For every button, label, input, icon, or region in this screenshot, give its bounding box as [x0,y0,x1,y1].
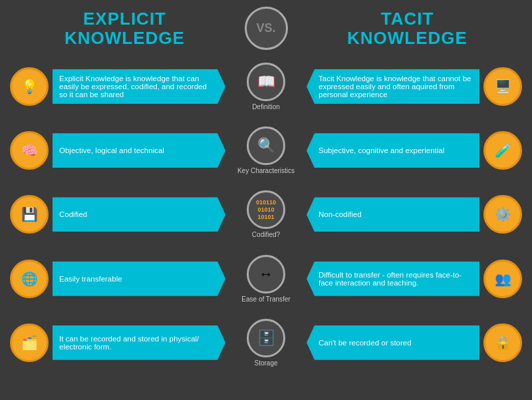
center-label-key-characteristics: Key Characteristics [237,167,295,174]
left-side-key-characteristics: 🧠 Objective, logical and technical [10,131,225,170]
right-text-definition: Tacit Knowledge is knowledge that cannot… [307,69,479,104]
main-container: EXPLICIT KNOWLEDGE VS. TACIT KNOWLEDGE 💡… [0,0,532,400]
right-icon-key-characteristics: 🧪 [483,131,522,170]
center-col-ease-of-transfer: ↔️ Ease of Transfer [229,255,303,303]
right-icon-ease-of-transfer: 👥 [483,260,522,298]
left-side-definition: 💡 Explicit Knowledge is knowledge that c… [10,67,225,106]
right-text-codified: Non-codified [307,197,479,232]
right-side-ease-of-transfer: 👥 Difficult to transfer - often requires… [307,260,522,298]
right-side-storage: 🔒 Can't be recorded or stored [307,323,522,362]
left-icon-key-characteristics: 🧠 [10,131,49,170]
center-icon-storage: 🗄️ [247,319,285,357]
left-icon-ease-of-transfer: 🌐 [10,260,49,298]
center-col-key-characteristics: 🔍 Key Characteristics [229,126,303,174]
right-text-storage: Can't be recorded or stored [307,325,479,360]
center-col-storage: 🗄️ Storage [229,319,303,367]
right-side-definition: 🖥️ Tacit Knowledge is knowledge that can… [307,67,522,106]
left-text-storage: It can be recorded and stored in physica… [53,325,225,360]
center-icon-key-characteristics: 🔍 [247,126,285,165]
row-codified: 💾 Codified 0101100101010101 Codified? ⚙️… [10,184,522,244]
center-icon-ease-of-transfer: ↔️ [247,255,285,294]
center-label-definition: Definition [252,103,280,110]
vs-section: VS. [239,7,293,50]
explicit-title: EXPLICIT KNOWLEDGE [10,9,239,47]
left-side-codified: 💾 Codified [10,195,225,234]
center-icon-codified: 0101100101010101 [247,190,285,229]
left-icon-codified: 💾 [10,195,49,234]
left-text-definition: Explicit Knowledge is knowledge that can… [53,69,225,104]
center-icon-definition: 📖 [247,63,285,101]
row-key-characteristics: 🧠 Objective, logical and technical 🔍 Key… [10,120,522,180]
center-label-storage: Storage [254,359,277,367]
explicit-knowledge-title: EXPLICIT KNOWLEDGE [10,9,239,47]
center-col-definition: 📖 Definition [229,63,303,110]
center-label-codified: Codified? [252,231,280,238]
right-icon-storage: 🔒 [483,323,522,362]
left-text-ease-of-transfer: Easily transferable [53,262,225,296]
left-icon-storage: 🗂️ [10,323,49,362]
left-icon-definition: 💡 [10,67,49,106]
left-side-storage: 🗂️ It can be recorded and stored in phys… [10,323,225,362]
comparison-rows: 💡 Explicit Knowledge is knowledge that c… [10,57,522,393]
left-side-ease-of-transfer: 🌐 Easily transferable [10,260,225,298]
left-text-codified: Codified [53,197,225,232]
tacit-title: TACIT KNOWLEDGE [293,9,522,47]
right-icon-codified: ⚙️ [483,195,522,234]
center-col-codified: 0101100101010101 Codified? [229,190,303,238]
right-icon-definition: 🖥️ [483,67,522,106]
row-storage: 🗂️ It can be recorded and stored in phys… [10,313,522,373]
row-definition: 💡 Explicit Knowledge is knowledge that c… [10,57,522,116]
vs-circle: VS. [245,7,288,50]
left-text-key-characteristics: Objective, logical and technical [53,133,225,168]
header: EXPLICIT KNOWLEDGE VS. TACIT KNOWLEDGE [10,7,522,50]
right-side-key-characteristics: 🧪 Subjective, cognitive and experiential [307,131,522,170]
tacit-knowledge-title: TACIT KNOWLEDGE [293,9,522,47]
right-text-key-characteristics: Subjective, cognitive and experiential [307,133,479,168]
right-text-ease-of-transfer: Difficult to transfer - often requires f… [307,262,479,296]
row-ease-of-transfer: 🌐 Easily transferable ↔️ Ease of Transfe… [10,249,522,309]
center-label-ease-of-transfer: Ease of Transfer [241,296,290,303]
right-side-codified: ⚙️ Non-codified [307,195,522,234]
